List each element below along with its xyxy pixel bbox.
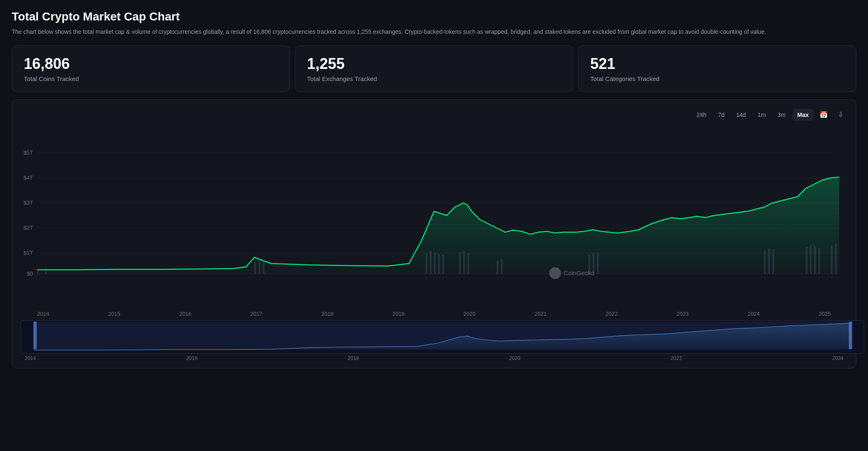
x-label-2023: 2023 — [677, 311, 689, 317]
x-axis-labels: 2014 2015 2016 2017 2018 2019 2020 2021 … — [12, 307, 856, 320]
svg-text:CoinGecko: CoinGecko — [563, 269, 594, 276]
stat-number-exchanges: 1,255 — [307, 55, 561, 73]
stat-card-categories: 521 Total Categories Tracked — [578, 46, 856, 92]
x-label-2022: 2022 — [606, 311, 618, 317]
chart-container: 24h7d14d1m3mMax📅⇩ $5T $4T — [12, 99, 856, 368]
page-description: The chart below shows the total market c… — [12, 28, 805, 36]
mini-x-label-2016: 2016 — [186, 355, 198, 361]
mini-chart-area — [20, 320, 864, 354]
stat-label-exchanges: Total Exchanges Tracked — [307, 75, 561, 82]
svg-text:$4T: $4T — [24, 175, 33, 181]
x-label-2021: 2021 — [535, 311, 547, 317]
mini-x-axis-labels: 2014 2016 2018 2020 2022 2024 — [12, 354, 856, 368]
stat-card-coins: 16,806 Total Coins Tracked — [12, 46, 290, 92]
x-label-2017: 2017 — [250, 311, 262, 317]
x-label-2019: 2019 — [392, 311, 404, 317]
x-label-2018: 2018 — [321, 311, 333, 317]
svg-point-40 — [549, 267, 561, 279]
time-btn-max[interactable]: Max — [792, 109, 814, 121]
stat-card-exchanges: 1,255 Total Exchanges Tracked — [295, 46, 573, 92]
x-label-2015: 2015 — [108, 311, 120, 317]
stat-label-coins: Total Coins Tracked — [24, 75, 278, 82]
mini-x-label-2014: 2014 — [25, 355, 36, 361]
mini-x-label-2020: 2020 — [509, 355, 520, 361]
time-btn-1m[interactable]: 1m — [753, 109, 771, 121]
x-label-2014: 2014 — [37, 311, 49, 317]
mini-x-label-2024: 2024 — [832, 355, 843, 361]
x-label-2025: 2025 — [819, 311, 831, 317]
svg-rect-42 — [33, 322, 851, 349]
time-btn-24h[interactable]: 24h — [692, 109, 711, 121]
main-chart-svg: $5T $4T $3T $2T $1T $0 — [12, 128, 856, 307]
time-btn-3m[interactable]: 3m — [772, 109, 790, 121]
chart-controls: 24h7d14d1m3mMax📅⇩ — [12, 108, 856, 128]
page-title: Total Crypto Market Cap Chart — [12, 10, 856, 23]
svg-text:$5T: $5T — [24, 149, 33, 156]
mini-chart-svg — [21, 321, 864, 353]
main-chart-area: $5T $4T $3T $2T $1T $0 — [12, 128, 856, 307]
time-btn-14d[interactable]: 14d — [731, 109, 751, 121]
mini-x-label-2018: 2018 — [348, 355, 359, 361]
svg-text:$2T: $2T — [24, 225, 33, 231]
time-btn-7d[interactable]: 7d — [713, 109, 730, 121]
mini-x-label-2022: 2022 — [671, 355, 682, 361]
svg-text:$0: $0 — [27, 271, 33, 277]
x-label-2020: 2020 — [464, 311, 476, 317]
x-label-2016: 2016 — [179, 311, 191, 317]
svg-text:$1T: $1T — [24, 250, 33, 256]
download-icon-button[interactable]: ⇩ — [834, 108, 848, 121]
svg-rect-44 — [849, 322, 852, 349]
svg-rect-43 — [33, 322, 37, 349]
stat-number-coins: 16,806 — [24, 55, 278, 73]
stat-label-categories: Total Categories Tracked — [590, 75, 844, 82]
stats-row: 16,806 Total Coins Tracked 1,255 Total E… — [12, 46, 856, 92]
calendar-icon-button[interactable]: 📅 — [815, 108, 832, 121]
x-label-2024: 2024 — [748, 311, 760, 317]
stat-number-categories: 521 — [590, 55, 844, 73]
svg-text:$3T: $3T — [24, 200, 33, 206]
